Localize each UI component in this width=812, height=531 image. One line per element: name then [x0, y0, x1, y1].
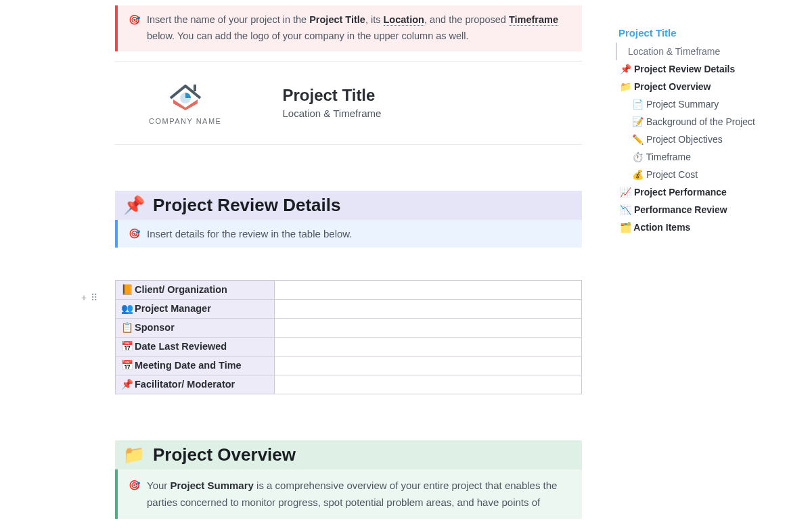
outline-item[interactable]: 📁 Project Overview: [616, 78, 798, 95]
review-details-table[interactable]: 📙Client/ Organization👥Project Manager📋Sp…: [115, 280, 582, 394]
plus-icon[interactable]: +: [81, 292, 87, 303]
row-value[interactable]: [275, 318, 582, 337]
table-row[interactable]: 📙Client/ Organization: [116, 280, 582, 299]
outline-item[interactable]: 📈 Project Performance: [616, 183, 798, 201]
section-title: Project Overview: [153, 444, 296, 465]
pushpin-icon: 📌: [123, 195, 145, 216]
company-name: COMPANY NAME: [149, 117, 221, 125]
drag-handle-icon[interactable]: ⠿: [91, 292, 97, 303]
folder-icon: 📁: [123, 444, 145, 465]
outline-item[interactable]: Location & Timeframe: [616, 43, 798, 60]
target-icon: 🎯: [129, 478, 140, 511]
target-icon: 🎯: [129, 228, 140, 239]
instruction-callout-3: 🎯 Your Project Summary is a comprehensiv…: [115, 469, 582, 520]
row-label: 📅Meeting Date and Time: [116, 356, 275, 375]
outline-sidebar: Project Title Location & Timeframe📌 Proj…: [616, 0, 812, 531]
row-label: 📙Client/ Organization: [116, 280, 275, 299]
outline-item[interactable]: 📉 Performance Review: [616, 201, 798, 218]
table-row[interactable]: 📅Date Last Reviewed: [116, 337, 582, 356]
row-label: 👥Project Manager: [116, 299, 275, 318]
row-label: 📌Facilitator/ Moderator: [116, 375, 275, 394]
instruction-text: Insert the name of your project in the P…: [147, 12, 571, 45]
section-project-review-details: 📌 Project Review Details: [115, 191, 582, 220]
project-header-block: COMPANY NAME Project Title Location & Ti…: [115, 62, 582, 144]
table-row[interactable]: 👥Project Manager: [116, 299, 582, 318]
row-value[interactable]: [275, 356, 582, 375]
location-timeframe[interactable]: Location & Timeframe: [282, 108, 381, 119]
target-icon: 🎯: [129, 12, 140, 45]
table-row[interactable]: 📅Meeting Date and Time: [116, 356, 582, 375]
outline-item[interactable]: ⏱️ Timeframe: [616, 148, 798, 166]
outline-item[interactable]: 🗂️ Action Items: [616, 218, 798, 236]
instruction-text: Insert details for the review in the tab…: [147, 228, 353, 239]
row-value[interactable]: [275, 337, 582, 356]
table-row[interactable]: 📌Facilitator/ Moderator: [116, 375, 582, 394]
row-insert-controls[interactable]: + ⠿: [81, 292, 97, 303]
table-row[interactable]: 📋Sponsor: [116, 318, 582, 337]
instruction-text: Your Project Summary is a comprehensive …: [147, 478, 571, 511]
svg-rect-0: [194, 85, 196, 91]
row-value[interactable]: [275, 280, 582, 299]
outline-item[interactable]: ✏️ Project Objectives: [616, 131, 798, 148]
row-label: 📅Date Last Reviewed: [116, 337, 275, 356]
outline-title[interactable]: Project Title: [616, 27, 798, 43]
row-value[interactable]: [275, 299, 582, 318]
row-label: 📋Sponsor: [116, 318, 275, 337]
instruction-callout-2: 🎯 Insert details for the review in the t…: [115, 220, 582, 248]
row-value[interactable]: [275, 375, 582, 394]
instruction-callout-1: 🎯 Insert the name of your project in the…: [115, 5, 582, 51]
section-project-overview: 📁 Project Overview: [115, 440, 582, 469]
outline-item[interactable]: 📄 Project Summary: [616, 95, 798, 113]
project-title[interactable]: Project Title: [282, 86, 381, 105]
section-title: Project Review Details: [153, 195, 340, 216]
house-logo-icon: [164, 80, 207, 110]
outline-item[interactable]: 📌 Project Review Details: [616, 60, 798, 78]
outline-item[interactable]: 📝 Background of the Project: [616, 113, 798, 131]
outline-item[interactable]: 💰 Project Cost: [616, 166, 798, 183]
company-logo: COMPANY NAME: [149, 80, 221, 125]
